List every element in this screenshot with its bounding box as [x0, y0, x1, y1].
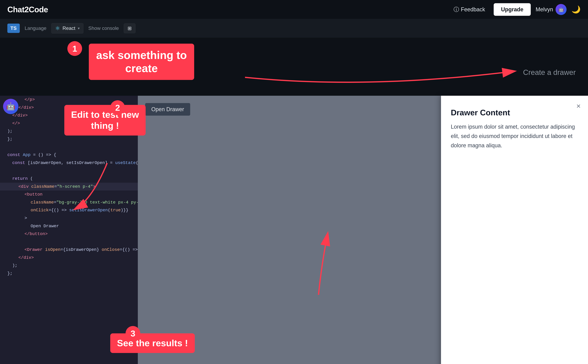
drawer-panel: × Drawer Content Lorem ipsum dolor sit a…	[441, 96, 588, 364]
drawer-body: Lorem ipsum dolor sit amet, consectetur …	[451, 122, 578, 150]
app-header: Chat2Code ⓘ Feedback Upgrade Melvyn 🤖 🌙	[0, 0, 588, 19]
callout-ask-to-create: ask something to create	[89, 44, 194, 80]
feedback-icon: ⓘ	[453, 6, 459, 13]
feedback-button[interactable]: ⓘ Feedback	[450, 3, 489, 16]
step-1-badge: 1	[67, 41, 82, 56]
chevron-down-icon: ▾	[78, 26, 80, 31]
code-line: </>	[0, 119, 138, 127]
open-drawer-button[interactable]: Open Drawer	[145, 103, 190, 116]
toolbar: TS Language ⚛ React ▾ Show console ⊞	[0, 19, 588, 38]
arrow-1-svg	[0, 38, 588, 96]
code-line: </p>	[0, 96, 138, 104]
code-line	[0, 143, 138, 151]
code-line: <button	[0, 190, 138, 198]
annotation-top-area: 1 ask something to create Create a drawe…	[0, 38, 588, 96]
language-label: Language	[25, 26, 46, 31]
avatar: 🤖	[556, 4, 567, 15]
code-line: </div>	[0, 254, 138, 262]
app-logo: Chat2Code	[7, 5, 48, 14]
code-line: const App = () => {	[0, 151, 138, 159]
code-line: onClick={() => setIsDrawerOpen(true)}}	[0, 206, 138, 214]
upgrade-button[interactable]: Upgrade	[494, 3, 531, 16]
code-line: </div>	[0, 104, 138, 112]
drawer-close-button[interactable]: ×	[576, 102, 581, 110]
code-line: );	[0, 261, 138, 270]
code-line-highlighted: <div className="h-screen p-4">	[0, 183, 138, 191]
code-line: const [isDrawerOpen, setIsDrawerOpen] = …	[0, 159, 138, 167]
code-line: </div>	[0, 111, 138, 119]
show-console-label: Show console	[88, 26, 119, 31]
code-line: className="bg-gray-700 text-white px-4 p…	[0, 198, 138, 206]
code-editor[interactable]: </p> </div> </div> </> ); }; const App =…	[0, 96, 138, 364]
typescript-badge: TS	[7, 24, 20, 33]
preview-panel: Open Drawer × Drawer Content Lorem ipsum…	[138, 96, 588, 364]
code-line: <Drawer isOpen={isDrawerOpen} onClose={(…	[0, 246, 138, 254]
code-line: </button>	[0, 230, 138, 238]
code-line: );	[0, 127, 138, 135]
user-section: Melvyn 🤖	[536, 4, 567, 15]
code-line: Open Drawer	[0, 222, 138, 230]
code-line: >	[0, 214, 138, 222]
create-drawer-label: Create a drawer	[523, 68, 576, 77]
main-content: 🤖 </p> </div> </div> </> ); }; const App…	[0, 96, 588, 364]
header-right: ⓘ Feedback Upgrade Melvyn 🤖 🌙	[450, 3, 581, 16]
code-line: return (	[0, 175, 138, 183]
code-line	[0, 167, 138, 175]
code-line: };	[0, 270, 138, 278]
code-line: };	[0, 135, 138, 143]
theme-toggle-icon[interactable]: 🌙	[571, 5, 581, 14]
console-button[interactable]: ⊞	[124, 23, 136, 33]
code-line	[0, 238, 138, 246]
console-icon: ⊞	[128, 26, 132, 31]
robot-avatar: 🤖	[3, 99, 18, 114]
language-selector[interactable]: ⚛ React ▾	[51, 23, 84, 33]
react-icon: ⚛	[55, 25, 60, 32]
drawer-title: Drawer Content	[451, 108, 578, 117]
